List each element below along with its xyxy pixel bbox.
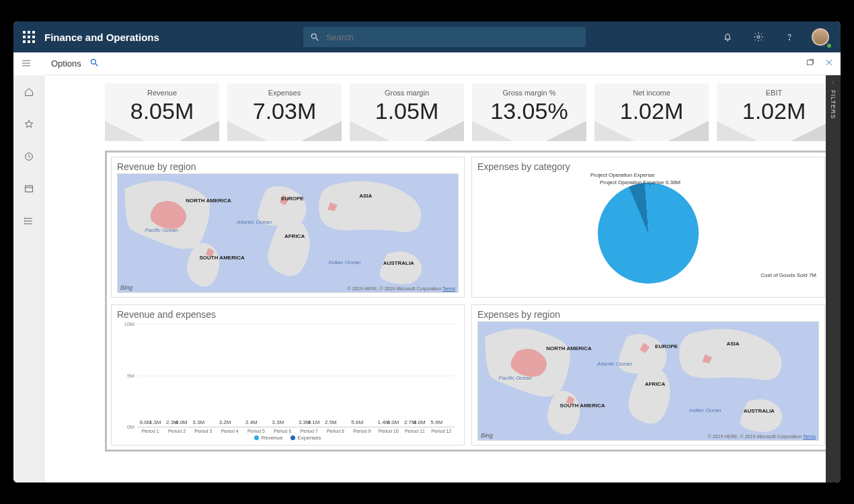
kpi-label: Gross margin % <box>483 89 576 97</box>
world-map[interactable]: NORTH AMERICA SOUTH AMERICA EUROPE AFRIC… <box>117 173 459 293</box>
search-icon <box>310 32 319 42</box>
nav-workspaces[interactable] <box>19 179 39 199</box>
chevron-left-icon <box>830 79 837 86</box>
panel-title: Expenses by category <box>477 161 819 172</box>
global-header: Finance and Operations <box>13 22 841 52</box>
kpi-value: 1.02M <box>605 98 698 124</box>
app-title: Finance and Operations <box>44 32 159 43</box>
panel-expenses-by-category[interactable]: Expenses by category Project Operation E… <box>471 157 825 298</box>
filters-label: FILTERS <box>830 90 837 119</box>
kpi-label: Revenue <box>116 89 208 97</box>
nav-recent[interactable] <box>19 146 39 167</box>
kpi-label: Gross margin <box>360 89 453 97</box>
presence-dot-icon <box>826 42 832 49</box>
nav-toggle-button[interactable] <box>20 57 32 72</box>
gear-icon <box>753 32 764 42</box>
pie-label: Project Operation Expense <box>590 172 655 178</box>
settings-button[interactable] <box>748 26 769 48</box>
notifications-button[interactable] <box>717 26 738 48</box>
kpi-label: Net income <box>605 89 698 97</box>
filters-rail[interactable]: FILTERS <box>826 75 841 482</box>
map-provider: Bing <box>481 432 493 439</box>
kpi-value: 1.02M <box>728 98 820 124</box>
x-axis-labels: Period 1Period 2Period 3Period 4Period 5… <box>137 429 455 433</box>
map-canvas <box>478 322 818 440</box>
kpi-value: 7.03M <box>238 98 331 124</box>
map-credits: © 2019 HERE, © 2019 Microsoft Corporatio… <box>348 286 455 291</box>
kpi-ebit[interactable]: EBIT 1.02M <box>717 83 831 141</box>
y-tick: 0M <box>127 424 137 430</box>
world-map[interactable]: NORTH AMERICA SOUTH AMERICA EUROPE AFRIC… <box>477 321 819 441</box>
clock-icon <box>24 151 34 162</box>
svg-rect-13 <box>25 185 32 192</box>
workspace-icon <box>24 183 34 194</box>
kpi-revenue[interactable]: Revenue 8.05M <box>105 83 219 141</box>
search-input[interactable] <box>325 32 579 43</box>
map-provider: Bing <box>120 284 132 291</box>
nav-favorites[interactable] <box>19 114 39 134</box>
page-search-button[interactable] <box>89 58 99 70</box>
close-button[interactable] <box>824 58 834 70</box>
nav-modules[interactable] <box>19 211 39 231</box>
pie-chart[interactable] <box>598 183 699 284</box>
map-terms-link[interactable]: Terms <box>803 434 816 439</box>
user-menu[interactable] <box>810 26 831 48</box>
svg-line-1 <box>316 38 319 41</box>
kpi-expenses[interactable]: Expenses 7.03M <box>227 83 342 141</box>
help-button[interactable] <box>779 26 800 48</box>
kpi-gross-margin-pct[interactable]: Gross margin % 13.05% <box>472 83 586 141</box>
modules-icon <box>24 216 34 226</box>
nav-home[interactable] <box>19 82 39 102</box>
svg-rect-9 <box>807 60 812 65</box>
bell-icon <box>722 32 733 42</box>
svg-point-3 <box>789 39 789 40</box>
y-tick: 10M <box>124 321 137 327</box>
kpi-value: 13.05% <box>483 98 576 124</box>
star-icon <box>24 119 34 130</box>
svg-point-2 <box>757 36 760 38</box>
kpi-value: 8.05M <box>116 98 208 124</box>
svg-point-18 <box>24 218 25 218</box>
options-button[interactable]: Options <box>51 58 81 69</box>
open-window-button[interactable] <box>806 58 815 70</box>
help-icon <box>784 32 795 42</box>
kpi-gross-margin[interactable]: Gross margin 1.05M <box>350 83 464 141</box>
svg-point-19 <box>24 220 25 221</box>
svg-point-20 <box>24 223 25 224</box>
panel-revenue-and-expenses[interactable]: Revenue and expenses 10M 5M 0M 8.0M1.3M2… <box>111 304 465 446</box>
panel-expenses-by-region[interactable]: Expenses by region <box>471 304 825 446</box>
pie-label: Cost of Goods Sold 7M <box>761 272 816 278</box>
map-terms-link[interactable]: Terms <box>442 286 455 291</box>
panel-title: Revenue by region <box>117 161 459 172</box>
kpi-row: Revenue 8.05M Expenses 7.03M Gross margi… <box>105 83 831 141</box>
svg-point-0 <box>311 34 316 38</box>
bar-chart[interactable]: 10M 5M 0M 8.0M1.3M2.3M0.0M3.3M3.2M2.4M3.… <box>137 324 455 427</box>
map-credits: © 2019 HERE, © 2019 Microsoft Corporatio… <box>708 434 816 439</box>
map-canvas <box>118 174 458 292</box>
panel-title: Revenue and expenses <box>117 309 459 320</box>
home-icon <box>24 87 34 97</box>
y-tick: 5M <box>127 372 137 378</box>
svg-line-8 <box>95 63 98 66</box>
left-nav <box>13 75 44 482</box>
panel-title: Expenses by region <box>477 309 819 320</box>
svg-point-7 <box>91 59 95 64</box>
dashboard-content: Revenue 8.05M Expenses 7.03M Gross margi… <box>44 75 841 482</box>
chart-legend: Revenue Expenses <box>117 435 459 441</box>
panels-grid: Revenue by region <box>105 151 831 452</box>
kpi-value: 1.05M <box>360 98 453 124</box>
kpi-label: Expenses <box>238 89 331 97</box>
kpi-net-income[interactable]: Net income 1.02M <box>594 83 709 141</box>
app-launcher-icon[interactable] <box>23 31 35 43</box>
panel-revenue-by-region[interactable]: Revenue by region <box>111 157 465 298</box>
kpi-label: EBIT <box>728 89 820 97</box>
pie-value: Project Operation Expense 0.38M <box>600 179 681 185</box>
search-box[interactable] <box>303 27 586 47</box>
options-bar: Options <box>44 52 841 75</box>
